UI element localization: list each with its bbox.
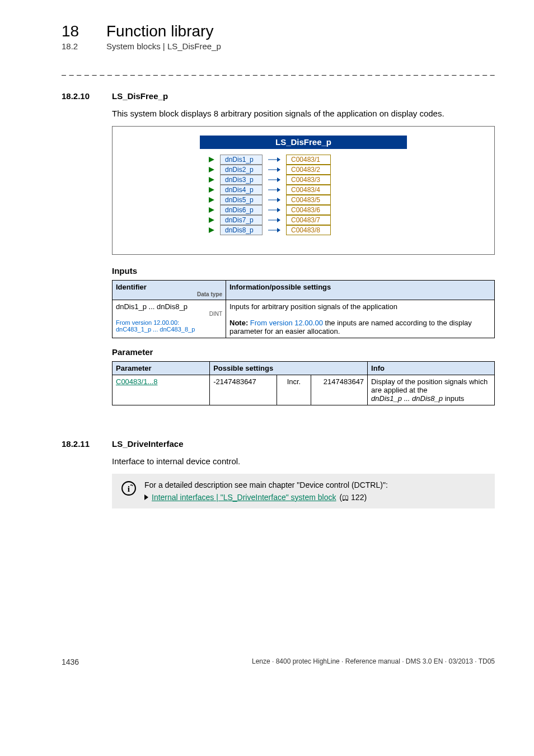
inputs-version-line1: From version 12.00.00: [116, 319, 222, 326]
figure-frame: LS_DisFree_p dnDis1_pC00483/1dnDis2_pC00… [112, 126, 495, 255]
figure-body: dnDis1_pC00483/1dnDis2_pC00483/2dnDis3_p… [200, 149, 407, 245]
param-info-l3: dnDis1_p ... dnDis8_p [371, 394, 443, 403]
arrow-left-icon [207, 186, 214, 194]
inputs-info-note: Note: From version 12.00.00 the inputs a… [229, 319, 491, 327]
svg-marker-11 [277, 188, 280, 192]
inputs-table: Identifier Data type Information/possibl… [112, 280, 495, 338]
inputs-heading: Inputs [112, 266, 495, 276]
param-low: -2147483647 [210, 375, 277, 405]
subchapter-title: System blocks | LS_DisFree_p [106, 41, 221, 51]
svg-marker-6 [209, 177, 214, 183]
svg-marker-9 [209, 187, 214, 193]
arrow-right-icon [268, 196, 280, 204]
svg-text:i: i [128, 484, 130, 493]
figure-port: dnDis6_p [220, 205, 263, 215]
svg-marker-3 [209, 167, 214, 172]
arrow-right-icon [268, 216, 280, 224]
book-icon: 🕮 [342, 494, 349, 502]
chapter-title: Function library [106, 22, 213, 40]
info-callout: i For a detailed description see main ch… [112, 474, 495, 508]
svg-marker-0 [209, 157, 214, 162]
inputs-datatype: DINT [116, 311, 222, 317]
triangle-icon [144, 494, 148, 500]
svg-marker-17 [277, 208, 280, 212]
section-title: LS_DriveInterface [112, 439, 184, 449]
inputs-note-rest2: parameter for an easier allocation. [229, 327, 491, 335]
figure-port: dnDis2_p [220, 165, 263, 175]
figure-port: dnDis4_p [220, 185, 263, 195]
arrow-right-icon [268, 186, 280, 194]
info-icon: i [121, 480, 137, 496]
arrow-right-icon [268, 226, 280, 234]
figure-row: dnDis4_pC00483/4 [207, 185, 331, 195]
svg-marker-23 [277, 228, 280, 232]
section-number: 18.2.10 [62, 91, 101, 101]
figure-row: dnDis7_pC00483/7 [207, 215, 331, 225]
figure-code: C00483/1 [286, 155, 331, 165]
param-code-link[interactable]: C00483/1...8 [116, 377, 157, 386]
arrow-left-icon [207, 156, 214, 164]
figure-row: dnDis1_pC00483/1 [207, 155, 331, 165]
arrow-right-icon [268, 166, 280, 174]
section-intro: Interface to internal device control. [112, 456, 495, 466]
inputs-note-rest1: the inputs are named according to the di… [325, 319, 472, 327]
figure-block: LS_DisFree_p dnDis1_pC00483/1dnDis2_pC00… [200, 136, 407, 245]
inputs-th-identifier: Identifier [116, 283, 147, 291]
figure-row: dnDis8_pC00483/8 [207, 225, 331, 235]
figure-code: C00483/5 [286, 195, 331, 205]
parameter-heading: Parameter [112, 347, 495, 357]
figure-code: C00483/6 [286, 205, 331, 215]
param-info: Display of the position signals which ar… [368, 375, 495, 405]
inputs-th-info: Information/possible settings [226, 281, 495, 300]
param-th-info: Info [368, 362, 495, 375]
svg-marker-20 [277, 218, 280, 222]
parameter-table: Parameter Possible settings Info C00483/… [112, 361, 495, 405]
figure-title: LS_DisFree_p [200, 136, 407, 149]
inputs-version-line2: dnC483_1_p ... dnC483_8_p [116, 326, 222, 333]
svg-marker-18 [209, 217, 214, 223]
arrow-left-icon [207, 216, 214, 224]
param-info-l3-suffix: inputs [443, 394, 464, 403]
inputs-note-label: Note: [229, 319, 248, 327]
inputs-info-line1: Inputs for arbitrary position signals of… [229, 302, 491, 311]
inputs-note-blue: From version 12.00.00 [248, 319, 325, 327]
arrow-left-icon [207, 226, 214, 234]
figure-row: dnDis5_pC00483/5 [207, 195, 331, 205]
callout-line1: For a detailed description see main chap… [144, 480, 388, 489]
chapter-number: 18 [62, 22, 90, 40]
section-intro: This system block displays 8 arbitrary p… [112, 109, 495, 118]
figure-row: dnDis3_pC00483/3 [207, 175, 331, 185]
subchapter-number: 18.2 [62, 41, 90, 51]
svg-marker-14 [277, 198, 280, 202]
param-th-parameter: Parameter [113, 362, 210, 375]
figure-port: dnDis8_p [220, 225, 263, 235]
svg-marker-15 [209, 207, 214, 213]
arrow-left-icon [207, 166, 214, 174]
inputs-identifier: dnDis1_p ... dnDis8_p [116, 302, 222, 311]
inputs-th-datatype: Data type [116, 291, 222, 297]
svg-marker-5 [277, 167, 280, 172]
callout-pageref: (🕮 122) [340, 493, 367, 502]
param-high: 2147483647 [311, 375, 367, 405]
callout-link[interactable]: Internal interfaces | "LS_DriveInterface… [152, 493, 336, 502]
svg-marker-21 [209, 227, 214, 233]
arrow-right-icon [268, 206, 280, 214]
section-title: LS_DisFree_p [112, 91, 168, 101]
figure-row: dnDis6_pC00483/6 [207, 205, 331, 215]
figure-port: dnDis3_p [220, 175, 263, 185]
figure-port: dnDis1_p [220, 155, 263, 165]
arrow-left-icon [207, 196, 214, 204]
figure-code: C00483/7 [286, 215, 331, 225]
param-th-possible: Possible settings [210, 362, 368, 375]
param-info-l1: Display of the position signals which [371, 377, 491, 386]
arrow-left-icon [207, 176, 214, 184]
section-number: 18.2.11 [62, 439, 101, 449]
svg-marker-12 [209, 197, 214, 203]
footer-page-number: 1436 [62, 657, 79, 666]
figure-port: dnDis5_p [220, 195, 263, 205]
figure-code: C00483/4 [286, 185, 331, 195]
callout-page: 122 [351, 493, 364, 502]
page-footer: 1436 Lenze · 8400 protec HighLine · Refe… [62, 654, 495, 666]
figure-code: C00483/8 [286, 225, 331, 235]
figure-row: dnDis2_pC00483/2 [207, 165, 331, 175]
